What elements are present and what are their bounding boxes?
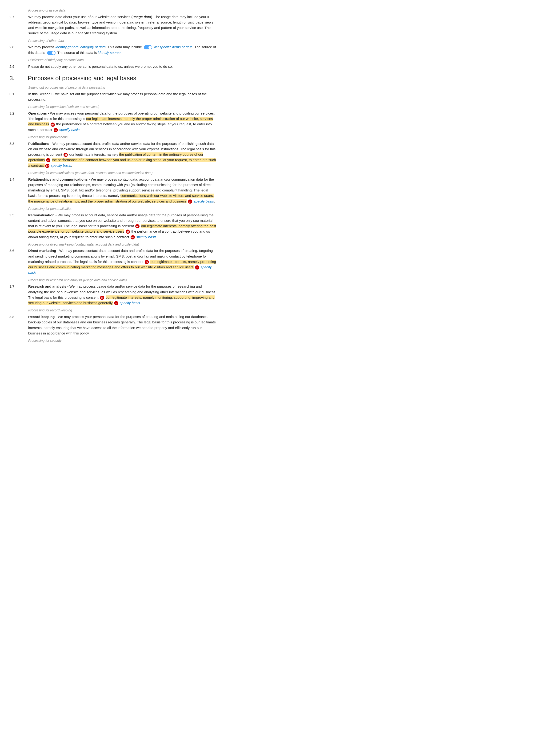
third-party-label: Disclosure of third party personal data bbox=[28, 57, 217, 63]
item-3-1-num: 3.1 bbox=[9, 91, 28, 102]
research-label: Processing for research and analysis (us… bbox=[28, 278, 217, 283]
purposes-meta-label: Setting out purposes etc of personal dat… bbox=[28, 85, 217, 90]
item-3-1-text: In this Section 3, we have set out the p… bbox=[28, 92, 207, 101]
section-3-num: 3. bbox=[9, 73, 23, 83]
item-3-6-text3: . bbox=[36, 271, 37, 275]
personalisation-bold: Personalisation bbox=[28, 213, 54, 217]
item-3-1: 3.1 In this Section 3, we have set out t… bbox=[9, 91, 217, 102]
item-3-2: 3.2 Operations - We may process your per… bbox=[9, 111, 217, 132]
item-2-8-italic3: identify source bbox=[98, 50, 121, 54]
item-2-9-num: 2.9 bbox=[9, 64, 28, 69]
item-3-7: 3.7 Research and analysis - We may proce… bbox=[9, 284, 217, 306]
item-2-7-content: We may process data about your use of ou… bbox=[28, 14, 217, 36]
item-3-1-content: In this Section 3, we have set out the p… bbox=[28, 91, 217, 102]
or-badge-3-5-3: or bbox=[131, 235, 135, 240]
item-3-4: 3.4 Relationships and communications - W… bbox=[9, 177, 217, 204]
item-2-8-italic2: list specific items of data bbox=[154, 45, 192, 49]
item-2-8-italic1: identify general category of data bbox=[55, 45, 106, 49]
item-3-6: 3.6 Direct marketing - We may process co… bbox=[9, 248, 217, 275]
section-3-heading: 3. Purposes of processing and legal base… bbox=[9, 73, 217, 83]
item-3-4-content: Relationships and communications - We ma… bbox=[28, 177, 217, 204]
usage-data-label: Processing of usage data bbox=[28, 8, 217, 13]
research-bold: Research and analysis bbox=[28, 284, 66, 288]
publications-bold: Publications bbox=[28, 142, 49, 146]
or-badge-3-2-2: or bbox=[54, 128, 58, 132]
direct-marketing-label: Processing for direct marketing (contact… bbox=[28, 242, 217, 247]
communications-bold: Relationships and communications bbox=[28, 177, 88, 181]
or-badge-3-3-2: or bbox=[46, 158, 50, 162]
or-badge-3-2-1: or bbox=[50, 123, 55, 127]
item-2-8-text2: . This data may include bbox=[106, 45, 143, 49]
or-badge-3-7-1: or bbox=[100, 296, 104, 300]
or-badge-3-7-2: or bbox=[114, 301, 118, 305]
item-3-3-italic1: specify basis bbox=[50, 163, 71, 167]
item-3-3-text3: . bbox=[71, 163, 72, 167]
item-2-9-text: Please do not supply any other person’s … bbox=[28, 64, 173, 68]
item-3-5-content: Personalisation - We may process account… bbox=[28, 212, 217, 240]
item-3-7-content: Research and analysis - We may process u… bbox=[28, 284, 217, 306]
or-badge-3-5-2: or bbox=[126, 230, 130, 234]
operations-bold: Operations bbox=[28, 111, 47, 115]
publications-label: Processing for publications bbox=[28, 135, 217, 140]
item-3-6-content: Direct marketing - We may process contac… bbox=[28, 248, 217, 275]
item-2-8-text1: We may process bbox=[28, 45, 55, 49]
item-3-4-text2: . bbox=[214, 199, 215, 203]
security-label: Processing for security bbox=[28, 338, 217, 343]
item-3-4-num: 3.4 bbox=[9, 177, 28, 204]
other-data-label: Processing of other data bbox=[28, 38, 217, 43]
direct-marketing-bold: Direct marketing bbox=[28, 249, 56, 253]
item-3-8-text1: - We may process your personal data for … bbox=[28, 315, 216, 335]
item-3-3-text2: our legitimate interests, namely bbox=[68, 152, 119, 156]
item-2-7: 2.7 We may process data about your use o… bbox=[9, 14, 217, 36]
personalisation-label: Processing for personalisation bbox=[28, 206, 217, 211]
toggle-1[interactable] bbox=[144, 45, 152, 49]
section-3-title: Purposes of processing and legal bases bbox=[28, 73, 136, 83]
item-3-6-num: 3.6 bbox=[9, 248, 28, 275]
item-2-8-text4: . bbox=[121, 50, 121, 54]
record-keeping-bold: Record keeping bbox=[28, 315, 55, 319]
item-3-8: 3.8 Record keeping - We may process your… bbox=[9, 314, 217, 336]
or-badge-3-6-2: or bbox=[195, 265, 199, 270]
or-badge-3-6-1: or bbox=[145, 260, 149, 264]
item-3-5-italic1: specify basis bbox=[135, 235, 156, 239]
item-3-3-num: 3.3 bbox=[9, 141, 28, 168]
item-3-5-num: 3.5 bbox=[9, 212, 28, 240]
item-2-8-source-prefix: The source of this data is bbox=[57, 50, 98, 54]
communications-label: Processing for communications (contact d… bbox=[28, 170, 217, 176]
item-3-2-italic1: specify basis bbox=[58, 128, 80, 132]
item-2-9: 2.9 Please do not supply any other perso… bbox=[9, 64, 217, 69]
item-3-2-content: Operations - We may process your persona… bbox=[28, 111, 217, 132]
usage-data-bold: usage data bbox=[132, 15, 151, 19]
or-badge-3-5-1: or bbox=[135, 224, 140, 229]
item-3-5: 3.5 Personalisation - We may process acc… bbox=[9, 212, 217, 240]
item-2-7-text1: We may process data about your use of ou… bbox=[28, 15, 132, 19]
item-3-3-content: Publications - We may process account da… bbox=[28, 141, 217, 168]
item-3-7-italic1: specify basis bbox=[119, 301, 140, 305]
item-2-8-num: 2.8 bbox=[9, 44, 28, 55]
item-3-4-italic1: specify basis bbox=[193, 199, 214, 203]
item-3-7-num: 3.7 bbox=[9, 284, 28, 306]
item-3-7-text3: . bbox=[140, 301, 141, 305]
item-2-9-content: Please do not supply any other person’s … bbox=[28, 64, 217, 69]
item-3-2-num: 3.2 bbox=[9, 111, 28, 132]
item-2-8-content: We may process identify general category… bbox=[28, 44, 217, 55]
item-2-8: 2.8 We may process identify general cate… bbox=[9, 44, 217, 55]
item-3-5-text4: . bbox=[156, 235, 157, 239]
or-badge-3-3-3: or bbox=[45, 164, 49, 168]
record-keeping-label: Processing for record keeping bbox=[28, 308, 217, 313]
item-3-8-num: 3.8 bbox=[9, 314, 28, 336]
or-badge-3-3-1: or bbox=[63, 153, 68, 157]
item-2-7-num: 2.7 bbox=[9, 14, 28, 36]
or-badge-3-4-1: or bbox=[188, 199, 192, 204]
item-3-8-content: Record keeping - We may process your per… bbox=[28, 314, 217, 336]
item-3-3: 3.3 Publications - We may process accoun… bbox=[9, 141, 217, 168]
item-3-2-text3: . bbox=[80, 128, 81, 132]
operations-label: Processing for operations (website and s… bbox=[28, 105, 217, 110]
toggle-2[interactable] bbox=[47, 51, 55, 55]
